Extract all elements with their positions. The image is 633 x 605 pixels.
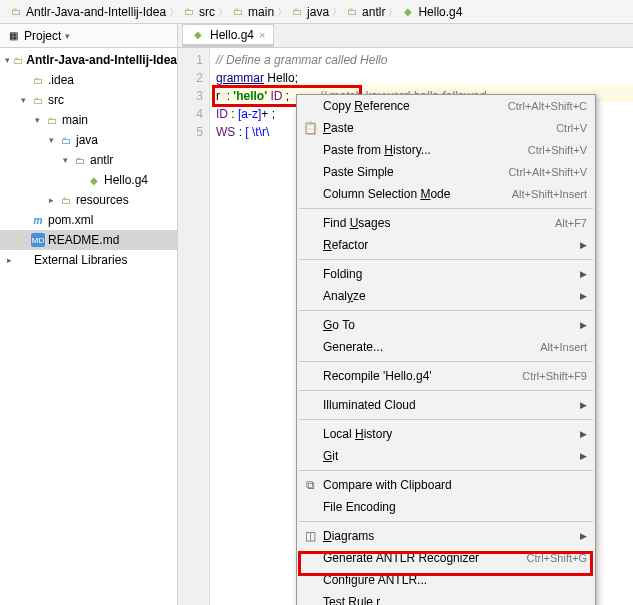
project-sidebar: ▦ Project ▾ ▾🗀Antlr-Java-and-Intellij-Id…	[0, 24, 178, 605]
breadcrumb-item[interactable]: 🗀antlr	[340, 2, 390, 22]
menu-item[interactable]: Refactor▶	[297, 234, 595, 256]
gutter: 12345	[178, 48, 210, 605]
menu-icon: ⧉	[302, 478, 318, 492]
menu-item[interactable]: Go To▶	[297, 314, 595, 336]
menu-item[interactable]: Illuminated Cloud▶	[297, 394, 595, 416]
menu-item[interactable]: Generate ANTLR RecognizerCtrl+Shift+G	[297, 547, 595, 569]
menu-item[interactable]: Test Rule r	[297, 591, 595, 605]
tree-item[interactable]: ◆Hello.g4	[0, 170, 177, 190]
chevron-right-icon: ▶	[580, 240, 587, 250]
tree-item[interactable]: ▾🗀java	[0, 130, 177, 150]
menu-icon: 📋	[302, 121, 318, 135]
tree-item[interactable]: ▸External Libraries	[0, 250, 177, 270]
tree-item[interactable]: ▾🗀antlr	[0, 150, 177, 170]
sidebar-header[interactable]: ▦ Project ▾	[0, 24, 177, 48]
menu-item[interactable]: ⧉Compare with Clipboard	[297, 474, 595, 496]
tab-label: Hello.g4	[210, 28, 254, 42]
chevron-right-icon: ▶	[580, 451, 587, 461]
breadcrumb-item[interactable]: 🗀Antlr-Java-and-Intellij-Idea	[4, 2, 171, 22]
breadcrumb-item[interactable]: 🗀java	[285, 2, 334, 22]
menu-item[interactable]: Generate...Alt+Insert	[297, 336, 595, 358]
g4-icon: ◆	[191, 28, 205, 42]
chevron-right-icon: ▶	[580, 400, 587, 410]
menu-item[interactable]: Local History▶	[297, 423, 595, 445]
tree-item[interactable]: 🗀.idea	[0, 70, 177, 90]
tree-item[interactable]: ▾🗀main	[0, 110, 177, 130]
menu-item[interactable]: Copy ReferenceCtrl+Alt+Shift+C	[297, 95, 595, 117]
menu-item[interactable]: Configure ANTLR...	[297, 569, 595, 591]
tree-item[interactable]: MDREADME.md	[0, 230, 177, 250]
menu-item[interactable]: Find UsagesAlt+F7	[297, 212, 595, 234]
tree-item[interactable]: ▸🗀resources	[0, 190, 177, 210]
breadcrumb-item[interactable]: 🗀main	[226, 2, 279, 22]
menu-item[interactable]: Recompile 'Hello.g4'Ctrl+Shift+F9	[297, 365, 595, 387]
tree-item[interactable]: ▾🗀src	[0, 90, 177, 110]
code-line[interactable]: // Define a grammar called Hello	[216, 51, 633, 69]
context-menu[interactable]: Copy ReferenceCtrl+Alt+Shift+C📋PasteCtrl…	[296, 94, 596, 605]
menu-item[interactable]: Folding▶	[297, 263, 595, 285]
menu-item[interactable]: File Encoding	[297, 496, 595, 518]
breadcrumb-item[interactable]: ◆Hello.g4	[396, 2, 467, 22]
chevron-right-icon: ▶	[580, 320, 587, 330]
code-line[interactable]: grammar Hello;	[216, 69, 633, 87]
chevron-right-icon: ▶	[580, 429, 587, 439]
project-icon: ▦	[6, 29, 20, 43]
chevron-right-icon: ▶	[580, 269, 587, 279]
project-tree[interactable]: ▾🗀Antlr-Java-and-Intellij-Idea🗀.idea▾🗀sr…	[0, 48, 177, 605]
chevron-right-icon: ▶	[580, 291, 587, 301]
menu-item[interactable]: Column Selection ModeAlt+Shift+Insert	[297, 183, 595, 205]
tree-item[interactable]: ▾🗀Antlr-Java-and-Intellij-Idea	[0, 50, 177, 70]
menu-item[interactable]: Analyze▶	[297, 285, 595, 307]
menu-item[interactable]: ◫Diagrams▶	[297, 525, 595, 547]
tab-hello-g4[interactable]: ◆ Hello.g4 ×	[182, 24, 274, 47]
chevron-right-icon: ▶	[580, 531, 587, 541]
menu-item[interactable]: Git▶	[297, 445, 595, 467]
tree-item[interactable]: mpom.xml	[0, 210, 177, 230]
breadcrumb-item[interactable]: 🗀src	[177, 2, 220, 22]
menu-item[interactable]: 📋PasteCtrl+V	[297, 117, 595, 139]
menu-item[interactable]: Paste SimpleCtrl+Alt+Shift+V	[297, 161, 595, 183]
tab-bar: ◆ Hello.g4 ×	[178, 24, 633, 48]
menu-icon: ◫	[302, 529, 318, 543]
close-icon[interactable]: ×	[259, 29, 265, 41]
breadcrumb: 🗀Antlr-Java-and-Intellij-Idea〉🗀src〉🗀main…	[0, 0, 633, 24]
menu-item[interactable]: Paste from History...Ctrl+Shift+V	[297, 139, 595, 161]
sidebar-title: Project	[24, 29, 61, 43]
dropdown-icon[interactable]: ▾	[65, 31, 70, 41]
